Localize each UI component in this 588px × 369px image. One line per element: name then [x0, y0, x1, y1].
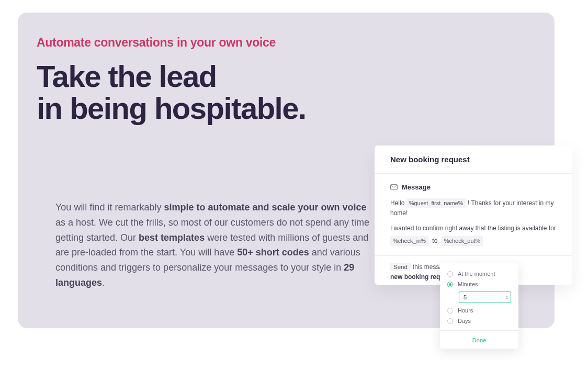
option-hours[interactable]: Hours	[440, 305, 518, 316]
mail-icon	[390, 184, 398, 190]
send-pill[interactable]: Send	[390, 263, 411, 271]
hero-title-wrap: Take the lead in being hospitable.	[37, 61, 536, 124]
radio-icon	[447, 308, 453, 314]
step-up-icon[interactable]	[505, 296, 508, 297]
hero-body: You will find it remarkably simple to au…	[55, 200, 379, 290]
hero-title-line1: Take the lead	[37, 61, 536, 92]
time-dropdown: At the moment Minutes 5 Hours Days Done	[440, 263, 518, 349]
step-down-icon[interactable]	[505, 298, 508, 299]
message-label-row: Message	[390, 183, 557, 191]
minutes-input[interactable]: 5	[459, 292, 511, 303]
option-at-the-moment[interactable]: At the moment	[440, 269, 518, 279]
minutes-value: 5	[463, 294, 467, 300]
token-check-in[interactable]: %check_in%	[390, 236, 428, 246]
message-line-2: I wanted to confirm right away that the …	[390, 223, 557, 233]
radio-icon	[447, 318, 453, 324]
hero-eyebrow: Automate conversations in your own voice	[37, 36, 536, 50]
radio-icon	[447, 271, 453, 277]
message-line-3: %check_in% to %check_out%	[390, 236, 557, 246]
panel-header: New booking request	[375, 146, 572, 174]
quantity-stepper[interactable]	[505, 296, 508, 299]
hero-title-line2: in being hospitable.	[37, 93, 536, 124]
done-button[interactable]: Done	[472, 337, 486, 343]
radio-icon	[447, 282, 453, 287]
dropdown-footer: Done	[440, 330, 518, 349]
option-label: Hours	[458, 307, 473, 314]
option-label: Days	[458, 318, 471, 324]
option-days[interactable]: Days	[440, 316, 518, 326]
token-check-out[interactable]: %check_out%	[442, 236, 483, 246]
msg-text: to	[432, 237, 437, 244]
token-guest-first-name[interactable]: %guest_first_name%	[406, 198, 466, 208]
panel-body: Message Hello %guest_first_name% ! Thank…	[375, 174, 572, 246]
message-line-1: Hello %guest_first_name% ! Thanks for yo…	[390, 198, 557, 218]
option-label: Minutes	[458, 281, 478, 287]
message-label: Message	[402, 183, 431, 191]
panel-title: New booking request	[390, 155, 557, 164]
option-label: At the moment	[458, 271, 495, 277]
msg-text: Hello	[390, 199, 404, 207]
option-minutes[interactable]: Minutes	[440, 279, 518, 289]
